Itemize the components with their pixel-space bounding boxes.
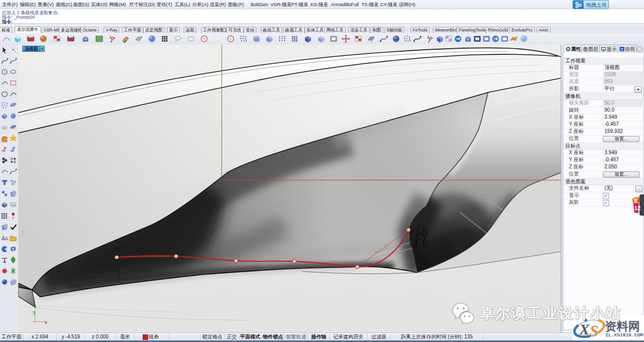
svg-text:X: X <box>579 321 590 337</box>
svg-text:双: 双 <box>633 199 638 203</box>
svg-text:12: 12 <box>634 205 640 211</box>
svg-text:S: S <box>590 322 598 340</box>
svg-text:y: y <box>33 310 36 315</box>
svg-text:ZL.XS1616.COM: ZL.XS1616.COM <box>605 332 643 338</box>
svg-text:?: ? <box>621 47 623 52</box>
svg-text:x: x <box>45 320 47 325</box>
